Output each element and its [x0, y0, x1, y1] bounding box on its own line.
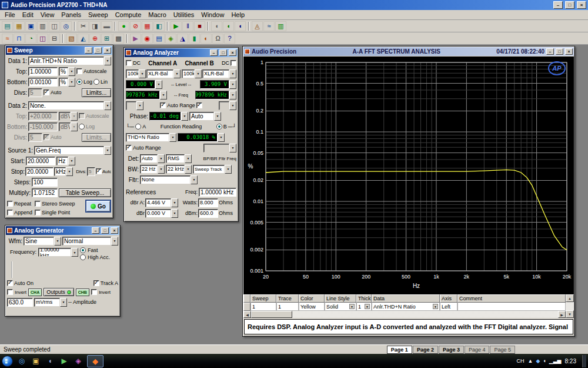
tray-hidden-icons-icon[interactable]: ▲	[527, 358, 533, 364]
print-icon[interactable]: ▥	[37, 21, 48, 31]
dropdown-arrow-icon[interactable]	[104, 57, 111, 65]
tray-language-label[interactable]: CH	[516, 358, 524, 364]
clock[interactable]: 8:23	[565, 358, 576, 364]
data-editor-icon[interactable]: ▤	[153, 34, 165, 44]
channel-a-output-button[interactable]: CHA	[28, 289, 42, 296]
watts-field[interactable]: 8.000	[198, 198, 218, 207]
digital-generator-icon[interactable]: ⊓	[14, 34, 25, 44]
regulation-panel-icon[interactable]: ◐	[201, 34, 212, 44]
maximize-button[interactable]	[94, 47, 102, 54]
dc-b-checkbox[interactable]	[230, 60, 236, 66]
taskbar-item-4[interactable]: ▶	[58, 356, 70, 367]
dropdown-arrow-icon[interactable]	[191, 175, 198, 184]
scrollbar-thumb[interactable]	[251, 311, 292, 318]
dropdown-arrow-icon[interactable]	[195, 69, 202, 78]
function-auto-range-checkbox[interactable]	[126, 145, 132, 151]
amplitude-field[interactable]: 630.0	[7, 298, 33, 307]
function-a-radio[interactable]	[135, 124, 141, 130]
table-cell-thick[interactable]: 1▼	[356, 303, 372, 311]
menu-sweep[interactable]: Sweep	[85, 11, 112, 19]
macro-run-icon[interactable]: ▶	[130, 34, 141, 44]
scroll-down-icon[interactable]	[566, 310, 574, 318]
speaker-a-icon[interactable]: ◖	[223, 21, 234, 31]
dropdown-arrow-icon[interactable]	[181, 112, 188, 121]
analyzer-titlebar[interactable]: Analog Analyzer	[125, 48, 238, 57]
dropdown-arrow-icon[interactable]	[68, 157, 75, 165]
stereo-sweep-checkbox[interactable]	[35, 201, 41, 207]
wfm-dropdown[interactable]: Sine	[24, 237, 61, 246]
menu-help[interactable]: Help	[228, 11, 248, 19]
taskbar-item-2[interactable]: ▣	[30, 356, 42, 367]
det-mode-dropdown[interactable]: RMS	[166, 154, 192, 163]
minimize-button[interactable]	[85, 47, 92, 54]
repeat-checkbox[interactable]	[7, 201, 13, 207]
dropdown-arrow-icon[interactable]	[229, 69, 236, 78]
cut-icon[interactable]: ✂	[78, 21, 89, 31]
auto-range-b-checkbox[interactable]	[196, 102, 202, 108]
fft-panel-icon[interactable]: ◮	[177, 34, 188, 44]
taskbar-ap2700-button[interactable]: ◆	[87, 355, 103, 367]
taskbar-item-3[interactable]: ◖	[44, 356, 56, 367]
close-button[interactable]	[111, 227, 118, 234]
regulation-icon[interactable]: ◬	[252, 21, 263, 31]
dropdown-arrow-icon[interactable]	[173, 69, 181, 78]
close-button[interactable]	[565, 48, 573, 55]
limits1-button[interactable]: Limits...	[82, 88, 111, 97]
dropdown-arrow-icon[interactable]	[218, 133, 225, 142]
page-tab-1[interactable]: Page 1	[387, 346, 412, 354]
dcx-panel-icon[interactable]: ⊟	[49, 34, 60, 44]
show-desktop-button[interactable]	[582, 355, 586, 367]
dropdown-arrow-icon[interactable]: ▼	[433, 304, 438, 309]
dropdown-arrow-icon[interactable]	[111, 237, 118, 246]
dropdown-arrow-icon[interactable]	[185, 165, 192, 174]
auto-range-a-checkbox[interactable]	[160, 102, 166, 108]
fast-radio[interactable]	[80, 247, 86, 253]
dropdown-arrow-icon[interactable]: ▼	[365, 304, 370, 309]
data1-dropdown[interactable]: Anlr.THD+N Ratio	[28, 57, 111, 65]
start-field[interactable]: 20.0000	[26, 157, 55, 165]
vertical-scrollbar[interactable]	[566, 294, 574, 318]
page-tab-5[interactable]: Page 5	[490, 346, 515, 354]
dropdown-arrow-icon[interactable]	[104, 146, 111, 155]
dropdown-arrow-icon[interactable]	[214, 112, 221, 121]
bottom1-field[interactable]: 0.00100	[28, 78, 58, 87]
append-checkbox[interactable]	[7, 210, 13, 216]
table-sweep-button[interactable]: Table Sweep...	[59, 188, 111, 197]
table-cell-sweep[interactable]: 1	[250, 303, 276, 311]
page-tab-2[interactable]: Page 2	[413, 346, 438, 354]
digital-analyzer-icon[interactable]: ◫	[37, 34, 48, 44]
bw-high-dropdown[interactable]: 22 kHz	[166, 165, 192, 174]
track-a-checkbox[interactable]	[93, 280, 99, 286]
dropdown-arrow-icon[interactable]	[66, 167, 73, 176]
multiply-field[interactable]: 1.07152	[32, 188, 58, 197]
macro-record-icon[interactable]: ◉	[142, 34, 153, 44]
save-test-icon[interactable]: ▣	[25, 21, 36, 31]
input-b-dropdown[interactable]: XLR-Bal	[202, 69, 236, 78]
bar-graph-panel-icon[interactable]: ▮	[189, 34, 200, 44]
phase-mode-dropdown[interactable]: Auto	[189, 112, 221, 121]
table-cell-data[interactable]: Anlr.THD+N Ratio▼	[372, 303, 440, 311]
divs3-auto-checkbox[interactable]	[96, 168, 102, 174]
close-button[interactable]	[229, 49, 236, 56]
dropdown-arrow-icon[interactable]	[229, 80, 236, 89]
dc-a-checkbox[interactable]	[126, 60, 132, 66]
steps-field[interactable]: 100	[32, 178, 58, 187]
bw-mode-dropdown[interactable]: Sweep Track	[193, 165, 232, 174]
app-maximize-button[interactable]	[565, 1, 574, 9]
menu-macro[interactable]: Macro	[145, 11, 170, 19]
bw-low-dropdown[interactable]: 22 Hz	[140, 165, 165, 174]
new-test-icon[interactable]: ▤	[2, 21, 13, 31]
status-bits-icon[interactable]: ▩	[113, 34, 124, 44]
dropdown-arrow-icon[interactable]	[185, 154, 192, 163]
app-close-button[interactable]	[577, 1, 586, 9]
minimize-button[interactable]	[546, 48, 554, 55]
monitor-icon[interactable]: ◧	[153, 21, 165, 31]
settling-panel-icon[interactable]: ◭	[78, 34, 89, 44]
menu-utilities[interactable]: Utilities	[170, 11, 198, 19]
table-cell-trace[interactable]: 1	[276, 303, 299, 311]
top1-unit-dropdown[interactable]: %	[59, 67, 75, 76]
zoom-icon[interactable]: ◎	[61, 21, 72, 31]
autoscale1-checkbox[interactable]	[76, 68, 82, 74]
sweep-start-icon[interactable]: ▶	[171, 21, 182, 31]
tray-flag-icon[interactable]: ◆	[536, 358, 540, 364]
